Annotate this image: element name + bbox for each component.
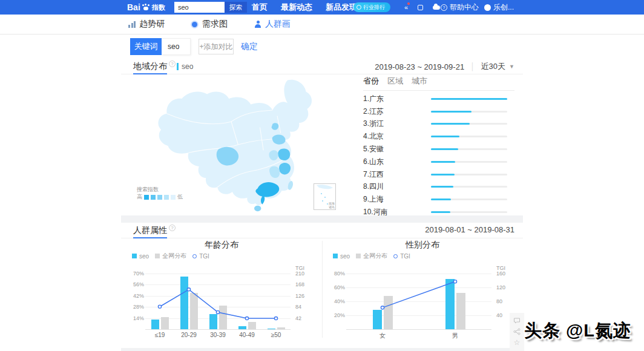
comment-icon[interactable]: [513, 317, 521, 325]
province-label: 4.北京: [363, 131, 384, 142]
province-row[interactable]: 3.浙江: [363, 118, 514, 131]
region-distribution-card: 地域分布 ? seo 2019-08-23 ~ 2019-09-21 │ 近30…: [121, 59, 523, 215]
region-keyword-legend: seo: [177, 62, 193, 71]
confirm-link[interactable]: 确定: [241, 41, 258, 52]
active-tab-underline: [133, 237, 167, 238]
baidu-index-logo[interactable]: Bai 指数: [127, 0, 165, 15]
province-row[interactable]: 8.四川: [363, 181, 514, 194]
province-ranking-panel: 省份 区域 城市 1.广东2.江苏3.浙江4.北京5.安徽6.山东7.江西8.四…: [363, 76, 514, 215]
demand-dot-icon: [192, 22, 197, 27]
tab-demand-label: 需求图: [202, 19, 228, 30]
province-label: 5.安徽: [363, 144, 384, 154]
help-center[interactable]: ? 帮助中心: [441, 0, 479, 15]
legend-swatch: [171, 195, 176, 200]
quote-icon[interactable]: «: [404, 4, 408, 11]
window-icon[interactable]: [418, 5, 423, 10]
paw-icon: [142, 4, 150, 11]
legend-swatch: [157, 195, 162, 200]
province-list: 1.广东2.江苏3.浙江4.北京5.安徽6.山东7.江西8.四川9.上海10.河…: [363, 93, 514, 218]
demo-date-controls: 2019-08-01 ~ 2019-08-31: [425, 225, 514, 234]
cloud-icon[interactable]: [433, 5, 440, 10]
demo-card-header: 人群属性 ? 2019-08-01 ~ 2019-08-31: [121, 223, 523, 238]
tgi-line: [329, 251, 512, 341]
province-bar-track: [431, 186, 507, 188]
province-bar-fill: [431, 211, 450, 213]
legend-keyword-label: seo: [182, 62, 193, 71]
province-bar-fill: [431, 186, 453, 188]
legend-high-label: 高: [137, 193, 142, 201]
province-bar-fill: [431, 161, 455, 163]
bottom-gap: [121, 348, 523, 351]
watermark: 头条 @L氮迹: [524, 319, 631, 343]
logo-text: Bai: [127, 2, 140, 12]
province-row[interactable]: 9.上海: [363, 193, 514, 206]
notification-dot: [407, 2, 410, 5]
legend-marker: [177, 63, 179, 70]
age-distribution-chart[interactable]: seo全网分布TGI14%4228%8442%12656%16870%210TG…: [128, 251, 311, 341]
province-bar-fill: [431, 111, 472, 113]
region-date-controls: 2019-08-23 ~ 2019-09-21 │ 近30天 ▼: [375, 61, 514, 72]
region-tabs: 省份 区域 城市: [363, 76, 514, 91]
legend-swatches: [144, 195, 176, 200]
province-bar-fill: [431, 98, 507, 100]
province-bar-fill: [431, 136, 459, 137]
star-icon[interactable]: ☆: [513, 339, 521, 347]
avatar: [484, 4, 491, 11]
add-compare-button[interactable]: +添加对比: [199, 39, 234, 54]
nav-latest-news[interactable]: 最新动态: [281, 2, 312, 13]
legend-low-label: 低: [177, 193, 183, 201]
vertical-divider: [322, 241, 323, 338]
tab-trend-research[interactable]: 趋势研: [128, 19, 165, 30]
province-row[interactable]: 1.广东: [363, 93, 514, 105]
nav-home[interactable]: 首页: [252, 2, 268, 13]
help-icon[interactable]: ?: [169, 225, 176, 231]
chevron-down-icon: ▼: [509, 64, 514, 70]
tab-city[interactable]: 城市: [412, 76, 427, 87]
inset-label: 南海 诸岛: [329, 202, 335, 209]
province-bar-track: [431, 211, 507, 213]
tab-province[interactable]: 省份: [363, 76, 379, 87]
region-section-title[interactable]: 地域分布: [133, 61, 167, 72]
province-bar-fill: [431, 148, 458, 150]
section-gap: [121, 215, 523, 223]
legend-swatch: [164, 195, 169, 200]
province-bar-fill: [431, 198, 451, 200]
province-row[interactable]: 4.北京: [363, 130, 514, 143]
province-label: 6.山东: [363, 157, 384, 167]
logo-suffix: 指数: [152, 3, 165, 12]
keyword-bar: 关键词 seo +添加对比 确定: [121, 38, 523, 55]
tab-demand-graph[interactable]: 需求图: [191, 19, 228, 30]
demo-section-title[interactable]: 人群属性: [133, 225, 167, 236]
industry-ranking-badge[interactable]: 行业排行: [353, 2, 390, 12]
nav-new-products[interactable]: 新品发现: [326, 2, 357, 13]
period-select[interactable]: 近30天 ▼: [481, 61, 514, 72]
user-account[interactable]: 乐创...: [484, 0, 514, 15]
province-row[interactable]: 7.江西: [363, 168, 514, 181]
province-row[interactable]: 5.安徽: [363, 143, 514, 156]
person-icon: [254, 21, 261, 28]
search-box: 探索: [174, 2, 247, 13]
share-icon[interactable]: [513, 328, 521, 336]
tab-region[interactable]: 区域: [387, 76, 403, 87]
province-row[interactable]: 2.江苏: [363, 105, 514, 118]
keyword-button[interactable]: 关键词: [130, 38, 162, 55]
province-row[interactable]: 6.山东: [363, 156, 514, 168]
help-icon[interactable]: ?: [169, 61, 176, 67]
top-icons: «: [404, 0, 440, 15]
province-label: 9.上海: [363, 194, 384, 205]
region-card-header: 地域分布 ? seo 2019-08-23 ~ 2019-09-21 │ 近30…: [121, 59, 523, 74]
keyword-tab-seo[interactable]: seo: [162, 38, 191, 55]
demographics-card: 人群属性 ? 2019-08-01 ~ 2019-08-31 年龄分布 性别分布…: [121, 223, 523, 348]
help-center-label: 帮助中心: [450, 2, 479, 13]
age-chart-title: 年龄分布: [121, 240, 322, 251]
explore-button[interactable]: 探索: [224, 2, 247, 13]
province-bar-track: [431, 198, 507, 200]
search-input[interactable]: [174, 2, 224, 13]
main-content: 关键词 seo +添加对比 确定 地域分布 ? seo 2019-08-23 ~…: [121, 34, 523, 351]
gender-distribution-chart[interactable]: seo全网分布TGI20%4040%8060%12080%160TGI女男: [329, 251, 512, 341]
trend-chart-icon: [128, 21, 136, 28]
tab-persona[interactable]: 人群画: [254, 19, 291, 30]
top-bar: Bai 指数 探索 首页 最新动态 新品发现 行业排行 « ? 帮助中心 乐创.…: [0, 0, 644, 15]
user-name: 乐创...: [493, 2, 514, 13]
province-bar-track: [431, 136, 507, 137]
